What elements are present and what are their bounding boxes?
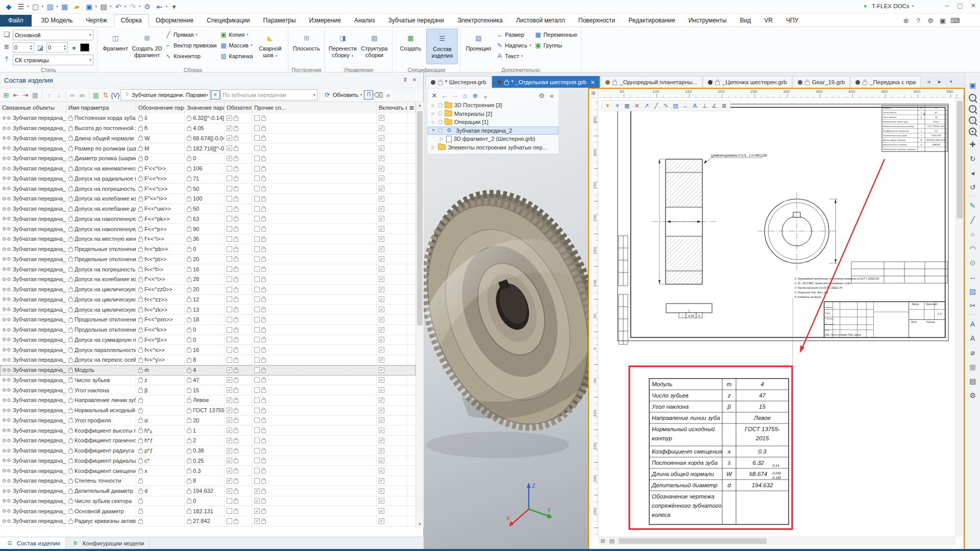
parameter-row[interactable]: ⚙⚙Зубчатая передача_2Направление линии з… xyxy=(0,395,415,406)
ribbon-tab-оформление[interactable]: Оформление xyxy=(149,15,200,27)
coordinate-system-select[interactable]: СК страницы▾ xyxy=(13,55,93,65)
required-checkbox[interactable] xyxy=(227,115,232,121)
ribbon-tab-анализ[interactable]: Анализ xyxy=(348,15,382,27)
pages-icon[interactable]: ▤ xyxy=(607,537,617,545)
ribbon-button-projection[interactable]: ▧Проекция xyxy=(462,29,494,66)
tree-item[interactable]: ▼⚙Зубчатая передача_2 xyxy=(428,127,558,135)
parameter-row[interactable]: ⚙⚙Зубчатая передача_2Допуск на суммарную… xyxy=(0,335,415,345)
parameter-row[interactable]: ⚙⚙Зубчатая передача_2Коэффициент граничн… xyxy=(0,436,415,446)
required-checkbox[interactable] xyxy=(227,337,232,342)
pin-icon[interactable]: ⊼ xyxy=(401,76,410,85)
column-header-3[interactable]: Обозначение парам... xyxy=(136,102,185,113)
color-swatch[interactable] xyxy=(80,43,89,52)
other-checkbox[interactable] xyxy=(254,186,260,191)
required-checkbox[interactable] xyxy=(227,428,232,433)
other-checkbox[interactable] xyxy=(254,176,260,181)
vertical-scrollbar[interactable] xyxy=(955,98,964,537)
expand-all-icon[interactable]: ⌄ xyxy=(481,91,490,100)
expander-icon[interactable]: ▼ xyxy=(431,128,436,133)
other-checkbox[interactable] xyxy=(254,145,260,151)
include-checkbox[interactable] xyxy=(379,387,384,393)
document-tab-5[interactable]: Gear_19.grb xyxy=(793,76,850,88)
other-checkbox[interactable] xyxy=(254,266,260,272)
node-icon[interactable]: ⊙ xyxy=(967,257,978,268)
other-checkbox[interactable] xyxy=(254,135,260,141)
hatch-icon[interactable]: ▨ xyxy=(671,102,680,110)
required-checkbox[interactable] xyxy=(227,317,232,322)
required-checkbox[interactable] xyxy=(227,287,232,292)
ribbon-button-create-bom[interactable]: ▦Создать xyxy=(395,29,426,66)
parameter-row[interactable]: ⚙⚙Зубчатая передача_2Размер по роликам (… xyxy=(0,143,415,154)
parameter-row[interactable]: ⚙⚙Зубчатая передача_2Допуск на колебание… xyxy=(0,204,415,214)
parameter-row[interactable]: ⚙⚙Зубчатая передача_2Допуск параллельнос… xyxy=(0,345,415,355)
other-checkbox[interactable] xyxy=(254,347,260,353)
redo-button[interactable]: ↷▾ xyxy=(127,2,141,12)
parameter-row[interactable]: ⚙⚙Зубчатая передача_2Допуск на погрешнос… xyxy=(0,184,415,194)
include-checkbox[interactable] xyxy=(379,438,384,443)
layers-icon[interactable]: ❏ xyxy=(2,30,11,39)
expander-icon[interactable]: ▷ xyxy=(431,111,436,116)
include-checkbox[interactable] xyxy=(379,367,384,373)
include-checkbox[interactable] xyxy=(379,448,384,454)
measure-icon[interactable]: ⌀ xyxy=(967,347,978,358)
tree-item[interactable]: ▷3D Построения [3] xyxy=(428,101,558,110)
other-checkbox[interactable] xyxy=(254,327,260,333)
parameter-row[interactable]: ⚙⚙Зубчатая передача_2Основной диаметр182… xyxy=(0,506,415,516)
column-header-1[interactable]: Связанные объекты xyxy=(0,102,66,113)
other-checkbox[interactable] xyxy=(254,518,260,524)
parameter-row[interactable]: ⚙⚙Зубчатая передача_2Длина общей нормали… xyxy=(0,134,415,144)
window-layout-icon[interactable]: ▣ xyxy=(938,16,947,25)
ribbon-tab-file[interactable]: Файл xyxy=(0,15,32,27)
parameter-row[interactable]: ⚙⚙Зубчатая передача_2Коэффициент смещени… xyxy=(0,466,415,476)
filter-on-icon[interactable]: ▼ xyxy=(603,102,612,110)
ribbon-tab-параметры[interactable]: Параметры xyxy=(257,15,303,27)
column-header-5[interactable]: Обязатель... xyxy=(225,102,252,113)
parameter-row[interactable]: ⚙⚙Зубчатая передача_2Коэффициент высоты … xyxy=(0,425,415,436)
layer-select[interactable]: Основной▾ xyxy=(13,30,93,40)
required-checkbox[interactable] xyxy=(227,256,232,262)
column-header-6[interactable]: Прочие сп... xyxy=(252,102,377,113)
expander-icon[interactable]: ▷ xyxy=(431,103,436,108)
document-tab-6[interactable]: _Передача с при xyxy=(850,76,921,88)
include-checkbox[interactable] xyxy=(379,488,384,494)
other-checkbox[interactable] xyxy=(254,196,260,202)
required-checkbox[interactable] xyxy=(227,206,232,212)
insert-column-icon[interactable]: ⇤ xyxy=(11,90,20,99)
other-checkbox[interactable] xyxy=(254,357,260,363)
close-button[interactable]: ✕ xyxy=(967,0,980,11)
ribbon-button-copy[interactable]: ▣Копия▾ xyxy=(218,30,255,39)
tree-item[interactable]: ▷3D фрагмент_2 (Шестерня.grb) xyxy=(428,135,558,143)
panel-tab-inactive[interactable]: ⚙Конфигурации модели xyxy=(66,537,150,549)
include-checkbox[interactable] xyxy=(379,307,384,312)
required-checkbox[interactable] xyxy=(227,126,232,131)
required-checkbox[interactable] xyxy=(227,196,232,202)
link-icon[interactable]: ∞ xyxy=(78,90,87,99)
other-checkbox[interactable] xyxy=(254,156,260,161)
redraw-icon[interactable]: ↺ xyxy=(967,182,978,192)
pan-icon[interactable]: ✚ xyxy=(967,139,978,149)
panel-scrollbar[interactable]: ▲ ▼ xyxy=(415,102,424,528)
ribbon-tab-сборка[interactable]: Сборка xyxy=(114,14,149,27)
column-header-7[interactable]: Включать в... xyxy=(377,102,407,113)
refresh-button[interactable]: ⟳Обновить▾ xyxy=(322,90,363,99)
required-checkbox[interactable] xyxy=(227,327,232,333)
parameter-row[interactable]: ⚙⚙Зубчатая передача_2Радиус кривизны акт… xyxy=(0,516,415,527)
other-checkbox[interactable] xyxy=(254,317,260,322)
required-checkbox[interactable] xyxy=(227,448,232,454)
other-checkbox[interactable] xyxy=(254,488,260,494)
parameter-row[interactable]: ⚙⚙Зубчатая передача_2Допуск на накопленн… xyxy=(0,224,415,234)
ribbon-tab-3d-модель[interactable]: 3D Модель xyxy=(35,15,80,27)
ribbon-button-fragment-2d[interactable]: ⊞Создать 2Dфрагмент xyxy=(131,29,163,66)
include-checkbox[interactable] xyxy=(379,156,384,161)
column-header-2[interactable]: Имя параметра xyxy=(66,102,136,113)
include-checkbox[interactable] xyxy=(379,186,384,191)
other-checkbox[interactable] xyxy=(254,216,260,221)
ribbon-button-note[interactable]: ✎Надпись▾ xyxy=(494,41,532,50)
required-checkbox[interactable] xyxy=(227,236,232,242)
required-checkbox[interactable] xyxy=(227,518,232,524)
print-button[interactable]: ▤▾ xyxy=(98,2,112,12)
previous-view-icon[interactable]: ◂ xyxy=(967,167,978,178)
parameter-row[interactable]: ⚙⚙Зубчатая передача_2Допуск на местную к… xyxy=(0,234,415,244)
other-checkbox[interactable] xyxy=(254,468,260,473)
tflex-logo-button[interactable]: ◆ xyxy=(3,2,14,12)
